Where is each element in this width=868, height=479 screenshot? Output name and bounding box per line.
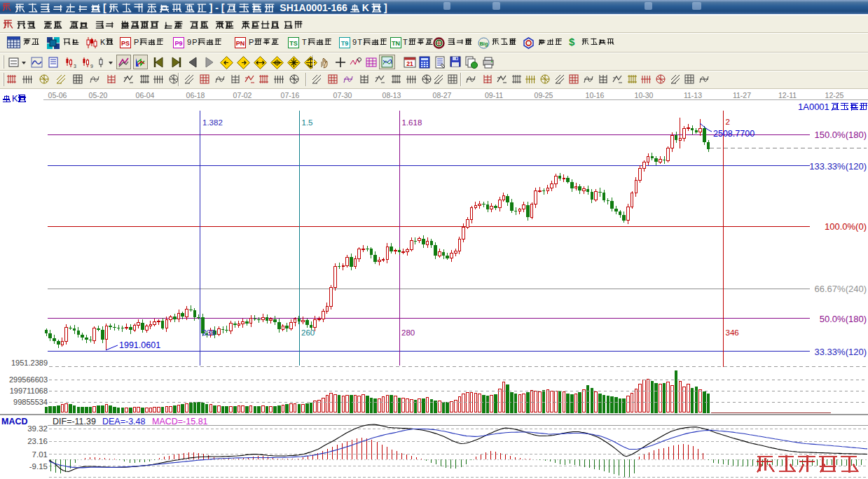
svg-text:1A0001: 1A0001 — [798, 102, 829, 112]
svg-text:280: 280 — [401, 328, 415, 337]
svg-text:199711068: 199711068 — [10, 387, 48, 395]
svg-text:07-02: 07-02 — [233, 91, 252, 99]
svg-text:PN: PN — [236, 40, 245, 47]
svg-text:150.0%(180): 150.0%(180) — [815, 130, 867, 140]
svg-text:346: 346 — [726, 328, 739, 337]
svg-text:12-11: 12-11 — [778, 91, 797, 99]
svg-text:TN: TN — [392, 40, 400, 47]
svg-text:7.01: 7.01 — [32, 450, 48, 459]
svg-text:11-27: 11-27 — [733, 91, 751, 99]
svg-text:T9: T9 — [341, 40, 349, 47]
svg-text:9: 9 — [90, 64, 93, 69]
svg-text:3: 3 — [74, 64, 76, 69]
svg-text:PS: PS — [121, 40, 130, 47]
svg-text:1.5: 1.5 — [302, 118, 313, 127]
svg-text:100.0%(0): 100.0%(0) — [825, 221, 867, 232]
svg-text:K: K — [12, 93, 18, 104]
svg-text:23.16: 23.16 — [27, 437, 48, 445]
svg-text:06-18: 06-18 — [186, 91, 205, 99]
svg-text:1991.0601: 1991.0601 — [119, 340, 160, 350]
svg-text:1.618: 1.618 — [402, 118, 422, 127]
svg-text:-9.15: -9.15 — [29, 462, 48, 471]
svg-text:09-11: 09-11 — [485, 91, 503, 99]
svg-text:Big: Big — [479, 41, 488, 47]
svg-text:299566603: 299566603 — [9, 375, 48, 384]
svg-text:TS: TS — [289, 40, 298, 47]
svg-text:50.0%(180): 50.0%(180) — [820, 314, 867, 324]
svg-text:39.32: 39.32 — [27, 424, 48, 433]
svg-text:1951.2389: 1951.2389 — [11, 359, 48, 367]
svg-text:2: 2 — [726, 118, 730, 126]
svg-text:06-04: 06-04 — [136, 91, 155, 99]
svg-text:09-25: 09-25 — [535, 91, 553, 99]
svg-text:33.33%(120): 33.33%(120) — [815, 347, 867, 357]
svg-text:239: 239 — [202, 328, 216, 337]
svg-text:08-13: 08-13 — [383, 91, 401, 99]
svg-text:10-16: 10-16 — [586, 91, 605, 99]
svg-text:2508.7700: 2508.7700 — [713, 129, 755, 139]
svg-text:133.33%(120): 133.33%(120) — [809, 161, 867, 172]
svg-text:99855534: 99855534 — [13, 398, 48, 406]
svg-text:08-27: 08-27 — [433, 91, 452, 99]
svg-text:MACD: MACD — [1, 417, 28, 426]
svg-text:21: 21 — [406, 60, 413, 67]
svg-text:07-30: 07-30 — [333, 91, 352, 99]
svg-text:11-13: 11-13 — [684, 91, 702, 99]
svg-text:05-06: 05-06 — [48, 91, 67, 99]
svg-text:P9: P9 — [174, 40, 182, 47]
svg-text:10-30: 10-30 — [635, 91, 654, 99]
svg-text:12-25: 12-25 — [825, 91, 844, 99]
svg-text:05-20: 05-20 — [89, 91, 108, 99]
svg-text:66.67%(240): 66.67%(240) — [815, 284, 867, 294]
svg-text:07-16: 07-16 — [281, 91, 300, 99]
svg-text:260: 260 — [301, 328, 315, 337]
svg-text:1.382: 1.382 — [202, 118, 223, 127]
